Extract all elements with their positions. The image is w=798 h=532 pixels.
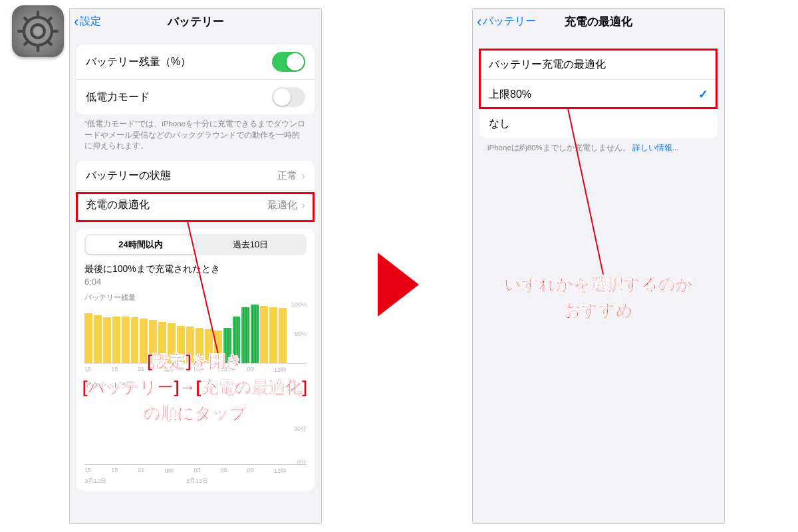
row-battery-health[interactable]: バッテリーの状態 正常 › <box>76 161 315 190</box>
page-title: 充電の最適化 <box>565 14 632 29</box>
row-charging-optimization[interactable]: 充電の最適化 最適化 › <box>76 190 315 219</box>
activity-chart-xticks: 1518210時03060912時 <box>84 467 307 475</box>
low-power-switch[interactable] <box>272 87 305 107</box>
option-label: なし <box>489 117 510 131</box>
more-info-link[interactable]: 詳しい情報... <box>632 144 679 152</box>
chevron-right-icon: › <box>301 198 305 212</box>
option-label: バッテリー充電の最適化 <box>489 58 606 72</box>
back-button[interactable]: ‹ バッテリー <box>477 9 536 35</box>
page-title: バッテリー <box>168 14 224 29</box>
arrow-icon <box>378 253 419 317</box>
option-none[interactable]: なし <box>479 109 718 138</box>
chevron-left-icon: ‹ <box>477 15 481 29</box>
svg-point-0 <box>24 17 52 45</box>
option-label: 上限80% <box>489 88 531 102</box>
low-power-footnote: "低電力モード"では、iPhoneを十分に充電できるまでダウンロードやメール受信… <box>84 118 307 152</box>
row-label: 充電の最適化 <box>86 198 150 212</box>
segment-10d[interactable]: 過去10日 <box>196 235 305 254</box>
callout-right: いずれかを選択するのがおすすめ <box>489 271 708 323</box>
back-label: バッテリー <box>483 15 536 29</box>
row-value: 正常 <box>277 170 297 182</box>
svg-line-8 <box>48 17 52 21</box>
navbar: ‹ バッテリー 充電の最適化 <box>473 9 724 35</box>
activity-chart-dates: 3月12日 3月13日 <box>84 477 307 485</box>
segment-24h[interactable]: 24時間以内 <box>86 235 196 254</box>
row-battery-percent[interactable]: バッテリー残量（%） <box>76 45 315 79</box>
navbar: ‹ 設定 バッテリー <box>70 9 321 35</box>
svg-line-7 <box>48 41 52 45</box>
row-value: 最適化 <box>267 199 297 211</box>
chevron-right-icon: › <box>301 169 305 183</box>
back-label: 設定 <box>80 15 101 29</box>
callout-left: [設定]を開き[バッテリー]→[充電の最適化]の順にタップ <box>52 348 338 426</box>
row-label: バッテリーの状態 <box>86 169 171 183</box>
back-button[interactable]: ‹ 設定 <box>74 9 101 35</box>
charging-footnote: iPhoneは約80%までしか充電しません。 詳しい情報... <box>487 142 710 154</box>
battery-percent-switch[interactable] <box>272 52 305 72</box>
time-range-segmented[interactable]: 24時間以内 過去10日 <box>84 234 307 255</box>
ytick: 50% <box>295 331 307 337</box>
last-full-charge-time: 6:04 <box>84 277 307 287</box>
group-battery-health: バッテリーの状態 正常 › 充電の最適化 最適化 › <box>76 161 315 219</box>
checkmark-icon: ✓ <box>698 87 708 102</box>
option-limit-80[interactable]: 上限80% ✓ <box>479 79 718 109</box>
svg-line-6 <box>24 17 28 21</box>
settings-app-icon <box>12 5 64 57</box>
last-full-charge-title: 最後に100%まで充電されたとき <box>84 263 307 275</box>
row-label: バッテリー残量（%） <box>86 55 191 69</box>
chevron-left-icon: ‹ <box>74 15 78 29</box>
battery-level-chart-label: バッテリー残量 <box>84 293 307 303</box>
right-screenshot: ‹ バッテリー 充電の最適化 バッテリー充電の最適化 上限80% ✓ なし iP… <box>472 8 725 524</box>
ytick: 100% <box>291 301 307 308</box>
row-label: 低電力モード <box>86 90 150 104</box>
ytick: 30分 <box>294 425 307 434</box>
option-optimized-charging[interactable]: バッテリー充電の最適化 <box>479 50 718 79</box>
gear-icon <box>15 8 61 55</box>
group-battery-toggles: バッテリー残量（%） 低電力モード <box>76 45 315 114</box>
ytick: 0分 <box>297 458 307 467</box>
svg-point-1 <box>31 25 45 38</box>
svg-line-9 <box>24 41 28 45</box>
group-charging-options: バッテリー充電の最適化 上限80% ✓ なし <box>479 50 718 138</box>
left-screenshot: ‹ 設定 バッテリー バッテリー残量（%） 低電力モード "低電力モード"では、… <box>69 8 322 524</box>
row-low-power-mode[interactable]: 低電力モード <box>76 79 315 114</box>
